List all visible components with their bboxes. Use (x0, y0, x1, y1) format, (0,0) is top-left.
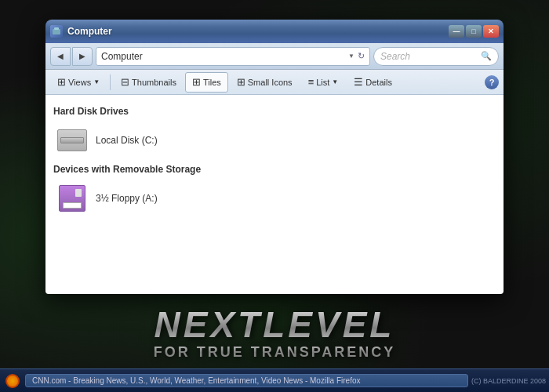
tiles-icon: ⊞ (192, 76, 201, 88)
floppy-drive-icon (56, 186, 88, 211)
small-icons-label: Small Icons (248, 78, 293, 87)
svg-rect-0 (53, 29, 60, 34)
details-label: Details (365, 78, 392, 87)
branding-area: NextLevel For True Transparency (0, 307, 549, 361)
details-icon: ☰ (354, 76, 363, 88)
address-text: Computer (101, 51, 345, 62)
toolbar: ⊞ Views ▼ ⊟ Thumbnails ⊞ Tiles ⊞ Small I… (45, 70, 504, 95)
nav-arrows: ◀ ▶ (50, 47, 93, 66)
taskbar: CNN.com - Breaking News, U.S., World, We… (0, 368, 549, 392)
forward-button[interactable]: ▶ (72, 47, 93, 66)
list-icon: ≡ (308, 76, 314, 88)
toolbar-separator-1 (110, 74, 111, 90)
close-button[interactable]: ✕ (483, 25, 499, 38)
search-placeholder: Search (380, 51, 478, 62)
list-button[interactable]: ≡ List ▼ (301, 72, 346, 93)
hard-disk-section-header: Hard Disk Drives (53, 106, 496, 117)
small-icons-button[interactable]: ⊞ Small Icons (230, 72, 300, 93)
minimize-button[interactable]: — (449, 25, 464, 38)
address-dropdown-icon[interactable]: ▼ (348, 53, 354, 60)
refresh-button[interactable]: ↻ (358, 51, 365, 61)
thumbnails-icon: ⊟ (121, 76, 129, 88)
hdd-icon-shape (57, 129, 87, 151)
navbar: ◀ ▶ Computer ▼ ↻ Search 🔍 (45, 43, 504, 70)
brand-title: NextLevel (0, 307, 549, 343)
copyright-text: (C) BALDERDINE 2008 (471, 377, 546, 385)
views-dropdown-icon: ▼ (93, 78, 100, 85)
views-button[interactable]: ⊞ Views ▼ (50, 72, 107, 93)
floppy-icon-shape (59, 185, 85, 212)
help-button[interactable]: ? (485, 75, 499, 89)
window-controls: — □ ✕ (449, 25, 499, 38)
brand-subtitle: For True Transparency (0, 344, 549, 361)
hdd-drive-icon (56, 128, 88, 153)
local-disk-item[interactable]: Local Disk (C:) (53, 123, 496, 158)
tiles-button[interactable]: ⊞ Tiles (185, 72, 228, 93)
start-button[interactable] (3, 372, 22, 390)
details-button[interactable]: ☰ Details (347, 72, 399, 93)
thumbnails-label: Thumbnails (132, 78, 176, 87)
back-button[interactable]: ◀ (50, 47, 71, 66)
small-icons-icon: ⊞ (237, 76, 245, 88)
window-icon (50, 25, 63, 38)
firefox-icon (5, 374, 20, 388)
thumbnails-button[interactable]: ⊟ Thumbnails (114, 72, 184, 93)
list-label: List (316, 78, 329, 87)
maximize-button[interactable]: □ (466, 25, 482, 38)
floppy-label-text: 3½ Floppy (A:) (96, 193, 158, 204)
search-bar[interactable]: Search 🔍 (373, 47, 499, 66)
floppy-label (63, 202, 82, 209)
content-area[interactable]: Hard Disk Drives Local Disk (C:) Devices… (45, 95, 504, 294)
removable-section-header: Devices with Removable Storage (53, 164, 496, 175)
views-icon: ⊞ (57, 76, 66, 88)
explorer-window: Computer — □ ✕ ◀ ▶ Computer ▼ ↻ Search 🔍… (45, 20, 504, 294)
titlebar: Computer — □ ✕ (45, 20, 504, 43)
tiles-label: Tiles (203, 78, 221, 87)
search-icon: 🔍 (481, 51, 492, 61)
views-label: Views (68, 78, 91, 87)
taskbar-task-firefox[interactable]: CNN.com - Breaking News, U.S., World, We… (25, 374, 468, 387)
floppy-item[interactable]: 3½ Floppy (A:) (53, 181, 496, 216)
svg-rect-1 (54, 27, 59, 30)
list-dropdown-icon: ▼ (332, 78, 338, 85)
local-disk-label: Local Disk (C:) (96, 135, 158, 146)
window-title: Computer (67, 26, 444, 37)
address-bar[interactable]: Computer ▼ ↻ (96, 47, 370, 66)
